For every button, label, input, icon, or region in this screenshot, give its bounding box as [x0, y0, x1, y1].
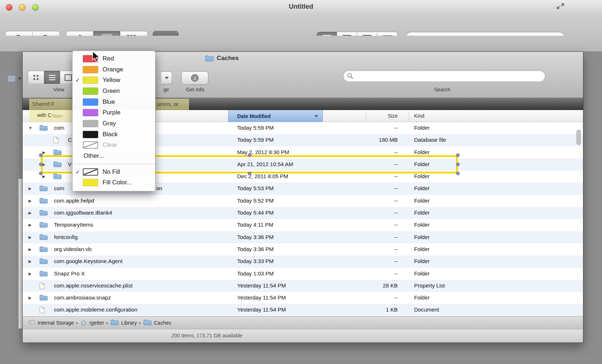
- file-name: com: [54, 185, 64, 191]
- selection-handle[interactable]: [39, 172, 43, 175]
- selection-handle[interactable]: [456, 163, 460, 166]
- disclosure-triangle-icon[interactable]: ▶: [28, 211, 31, 215]
- status-bar: 200 items, 173.71 GB available: [23, 329, 583, 343]
- menu-item-label: Gray: [103, 120, 116, 127]
- disclosure-triangle-icon[interactable]: ▶: [28, 235, 31, 240]
- icon-view-button[interactable]: [28, 71, 44, 84]
- menu-item-fill-color[interactable]: Fill Color...: [73, 177, 155, 188]
- date-modified-label: Date Modified: [237, 113, 271, 119]
- search-icon: [347, 73, 354, 79]
- finder-search-input[interactable]: [343, 70, 545, 82]
- column-header-size[interactable]: Size: [361, 113, 398, 119]
- kind-cell: Folder: [414, 210, 430, 216]
- arrange-menu-button[interactable]: [161, 71, 172, 84]
- selection-handle[interactable]: [248, 172, 251, 175]
- disclosure-triangle-icon[interactable]: ▶: [28, 223, 31, 227]
- size-cell: --: [361, 210, 398, 216]
- date-modified-cell: Yesterday 11:54 PM: [237, 282, 286, 289]
- menu-item-blue[interactable]: Blue: [73, 97, 155, 107]
- menu-item-green[interactable]: Green: [73, 86, 155, 97]
- file-name: com.apple.helpd: [54, 197, 94, 204]
- kind-cell: Folder: [414, 270, 430, 277]
- path-item-rgetter[interactable]: rgetter: [81, 320, 104, 326]
- size-cell: 1 KB: [361, 306, 398, 313]
- table-row[interactable]: ▶com.google.Keystone.AgentToday 3:33 PM-…: [23, 255, 583, 267]
- icon-view-icon: [32, 74, 40, 81]
- checkmark-icon: ✓: [73, 77, 83, 83]
- color-swatch-icon: [83, 87, 98, 95]
- folder-icon: [39, 210, 48, 217]
- disclosure-triangle-icon[interactable]: ▶: [28, 199, 31, 203]
- table-row[interactable]: ▶fontconfigToday 3:36 PM--Folder: [23, 231, 583, 243]
- color-swatch-icon: [83, 77, 98, 84]
- table-row[interactable]: ▶Snapz Pro XToday 1:03 PM--Folder: [23, 268, 583, 280]
- path-separator-icon: ▸: [106, 320, 108, 325]
- file-name: org.videolan.vlc: [54, 246, 92, 252]
- highlight-text-fragment: Shared F: [32, 101, 55, 107]
- folder-icon: [39, 258, 48, 266]
- column-header-date-modified[interactable]: Date Modified: [228, 110, 323, 122]
- table-row[interactable]: com.apple.nsservicescache.plistYesterday…: [23, 280, 583, 292]
- menu-item-black[interactable]: Black: [73, 129, 155, 140]
- menu-item-other[interactable]: Other...: [73, 150, 155, 161]
- disclosure-triangle-icon[interactable]: ▶: [42, 150, 45, 155]
- selection-handle[interactable]: [39, 163, 43, 166]
- color-swatch-icon: [83, 168, 98, 176]
- status-text: 200 items, 173.71 GB available: [171, 333, 243, 338]
- selection-handle[interactable]: [456, 153, 460, 157]
- table-row[interactable]: ▶com.ambrosiasw.snapzYesterday 11:54 PM-…: [23, 292, 583, 304]
- disclosure-triangle-icon[interactable]: ▼: [28, 126, 32, 130]
- menu-item-label: Yellow: [103, 77, 120, 84]
- menu-item-gray[interactable]: Gray: [73, 118, 155, 129]
- mouse-cursor: [92, 51, 101, 64]
- menu-item-orange[interactable]: Orange: [73, 64, 155, 75]
- selection-handle[interactable]: [456, 172, 460, 175]
- menu-item-yellow[interactable]: ✓Yellow: [73, 75, 155, 86]
- get-info-button[interactable]: i: [181, 71, 208, 85]
- menu-item-no-fill[interactable]: ✓No Fill: [73, 167, 155, 177]
- list-view-button[interactable]: [44, 71, 60, 84]
- date-modified-cell: Today 5:59 PM: [237, 137, 274, 143]
- size-cell: --: [361, 294, 398, 301]
- kind-cell: Database file: [414, 137, 446, 143]
- disclosure-triangle-icon[interactable]: ▶: [28, 259, 31, 264]
- finder-title-label: Caches: [217, 55, 239, 62]
- disclosure-triangle-icon[interactable]: ▶: [28, 186, 31, 191]
- table-row[interactable]: ▶com.apple.helpdToday 5:52 PM--Folder: [23, 195, 583, 207]
- path-item-internal-storage[interactable]: Internal Storage: [28, 319, 74, 326]
- table-row[interactable]: ▶org.videolan.vlcToday 3:36 PM--Folder: [23, 243, 583, 255]
- menu-item-red[interactable]: Red: [73, 53, 155, 64]
- disclosure-triangle-icon[interactable]: ▶: [42, 174, 45, 179]
- column-view-icon: [65, 74, 72, 81]
- column-divider[interactable]: [409, 111, 409, 121]
- column-header-kind[interactable]: Kind: [414, 113, 424, 119]
- selection-handle[interactable]: [248, 153, 251, 157]
- kind-cell: Folder: [414, 149, 430, 155]
- color-swatch-icon: [83, 120, 98, 127]
- sort-direction-icon: [314, 115, 318, 117]
- size-cell: --: [361, 258, 398, 264]
- menu-item-purple[interactable]: Purple: [73, 107, 155, 118]
- shape-tool-button[interactable]: [7, 75, 22, 82]
- checkmark-icon: ✓: [73, 169, 83, 175]
- table-row[interactable]: com.apple.mobileme.configurationYesterda…: [23, 304, 583, 316]
- table-row[interactable]: ▶TemporaryItemsToday 4:11 PM--Folder: [23, 219, 583, 231]
- size-cell: 180 MB: [361, 137, 398, 143]
- size-cell: 28 KB: [361, 282, 398, 289]
- disk-icon: [28, 319, 35, 326]
- rectangle-shape-icon: [7, 75, 16, 82]
- table-row[interactable]: ▶com.iggsoftware.iBank4Today 5:44 PM--Fo…: [23, 207, 583, 219]
- date-modified-cell: Yesterday 11:54 PM: [237, 306, 286, 313]
- date-modified-cell: May 2, 2012 8:30 PM: [237, 149, 289, 155]
- scrollbar-thumb[interactable]: [576, 130, 581, 145]
- selection-handle[interactable]: [39, 153, 43, 157]
- folder-icon: [205, 55, 214, 62]
- date-modified-cell: Today 4:11 PM: [237, 222, 273, 228]
- path-item-library[interactable]: Library: [111, 319, 137, 327]
- fullscreen-icon[interactable]: [556, 2, 565, 12]
- disclosure-triangle-icon[interactable]: ▶: [28, 295, 31, 300]
- disclosure-triangle-icon[interactable]: ▶: [28, 247, 31, 252]
- disclosure-triangle-icon[interactable]: ▶: [28, 271, 31, 276]
- path-item-caches[interactable]: Caches: [143, 319, 171, 327]
- color-swatch-icon: [83, 109, 98, 116]
